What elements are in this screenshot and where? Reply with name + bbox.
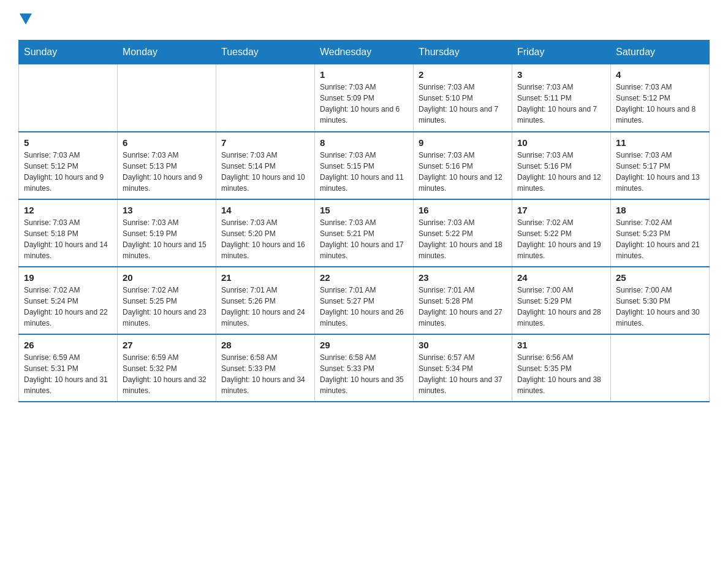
calendar-cell: 13Sunrise: 7:03 AMSunset: 5:19 PMDayligh…	[118, 199, 216, 267]
calendar-cell: 2Sunrise: 7:03 AMSunset: 5:10 PMDaylight…	[414, 64, 512, 132]
calendar-week-row: 19Sunrise: 7:02 AMSunset: 5:24 PMDayligh…	[19, 267, 710, 334]
calendar-cell: 7Sunrise: 7:03 AMSunset: 5:14 PMDaylight…	[216, 132, 315, 199]
day-info: Sunrise: 7:03 AMSunset: 5:10 PMDaylight:…	[419, 82, 507, 126]
calendar-cell: 31Sunrise: 6:56 AMSunset: 5:35 PMDayligh…	[512, 334, 611, 402]
svg-marker-0	[20, 13, 32, 25]
calendar-cell: 18Sunrise: 7:02 AMSunset: 5:23 PMDayligh…	[611, 199, 710, 267]
day-number: 26	[24, 340, 112, 350]
calendar-cell: 15Sunrise: 7:03 AMSunset: 5:21 PMDayligh…	[315, 199, 414, 267]
day-info: Sunrise: 7:01 AMSunset: 5:28 PMDaylight:…	[419, 285, 507, 329]
calendar-cell: 22Sunrise: 7:01 AMSunset: 5:27 PMDayligh…	[315, 267, 414, 334]
calendar-cell: 30Sunrise: 6:57 AMSunset: 5:34 PMDayligh…	[414, 334, 512, 402]
calendar-cell: 29Sunrise: 6:58 AMSunset: 5:33 PMDayligh…	[315, 334, 414, 402]
calendar-cell: 23Sunrise: 7:01 AMSunset: 5:28 PMDayligh…	[414, 267, 512, 334]
day-info: Sunrise: 6:59 AMSunset: 5:32 PMDaylight:…	[123, 352, 211, 396]
calendar-cell: 8Sunrise: 7:03 AMSunset: 5:15 PMDaylight…	[315, 132, 414, 199]
weekday-header-saturday: Saturday	[611, 40, 710, 64]
page-header	[18, 12, 710, 28]
calendar-table: SundayMondayTuesdayWednesdayThursdayFrid…	[18, 40, 710, 402]
day-number: 28	[221, 340, 309, 350]
day-info: Sunrise: 7:00 AMSunset: 5:29 PMDaylight:…	[517, 285, 605, 329]
day-number: 17	[517, 205, 605, 215]
calendar-cell: 28Sunrise: 6:58 AMSunset: 5:33 PMDayligh…	[216, 334, 315, 402]
day-info: Sunrise: 6:59 AMSunset: 5:31 PMDaylight:…	[24, 352, 112, 396]
weekday-header-wednesday: Wednesday	[315, 40, 414, 64]
calendar-cell: 16Sunrise: 7:03 AMSunset: 5:22 PMDayligh…	[414, 199, 512, 267]
day-number: 21	[221, 272, 309, 283]
calendar-week-row: 1Sunrise: 7:03 AMSunset: 5:09 PMDaylight…	[19, 64, 710, 132]
day-info: Sunrise: 7:01 AMSunset: 5:27 PMDaylight:…	[320, 285, 408, 329]
calendar-cell: 17Sunrise: 7:02 AMSunset: 5:22 PMDayligh…	[512, 199, 611, 267]
day-number: 20	[123, 272, 211, 283]
weekday-header-tuesday: Tuesday	[216, 40, 315, 64]
day-number: 18	[616, 205, 704, 215]
day-number: 4	[616, 69, 704, 80]
calendar-week-row: 5Sunrise: 7:03 AMSunset: 5:12 PMDaylight…	[19, 132, 710, 199]
calendar-cell: 12Sunrise: 7:03 AMSunset: 5:18 PMDayligh…	[19, 199, 118, 267]
calendar-cell: 11Sunrise: 7:03 AMSunset: 5:17 PMDayligh…	[611, 132, 710, 199]
weekday-header-friday: Friday	[512, 40, 611, 64]
calendar-cell: 26Sunrise: 6:59 AMSunset: 5:31 PMDayligh…	[19, 334, 118, 402]
calendar-cell: 9Sunrise: 7:03 AMSunset: 5:16 PMDaylight…	[414, 132, 512, 199]
day-info: Sunrise: 7:03 AMSunset: 5:17 PMDaylight:…	[616, 150, 704, 194]
weekday-header-row: SundayMondayTuesdayWednesdayThursdayFrid…	[19, 40, 710, 64]
logo	[18, 12, 32, 28]
calendar-cell: 20Sunrise: 7:02 AMSunset: 5:25 PMDayligh…	[118, 267, 216, 334]
calendar-cell: 5Sunrise: 7:03 AMSunset: 5:12 PMDaylight…	[19, 132, 118, 199]
day-number: 9	[419, 137, 507, 148]
day-number: 1	[320, 69, 408, 80]
day-info: Sunrise: 6:58 AMSunset: 5:33 PMDaylight:…	[221, 352, 309, 396]
day-number: 23	[419, 272, 507, 283]
day-info: Sunrise: 7:02 AMSunset: 5:23 PMDaylight:…	[616, 217, 704, 261]
day-info: Sunrise: 7:03 AMSunset: 5:16 PMDaylight:…	[517, 150, 605, 194]
day-number: 14	[221, 205, 309, 215]
day-info: Sunrise: 7:03 AMSunset: 5:12 PMDaylight:…	[616, 82, 704, 126]
day-number: 10	[517, 137, 605, 148]
calendar-cell	[216, 64, 315, 132]
day-info: Sunrise: 7:02 AMSunset: 5:25 PMDaylight:…	[123, 285, 211, 329]
day-number: 22	[320, 272, 408, 283]
day-info: Sunrise: 7:03 AMSunset: 5:19 PMDaylight:…	[123, 217, 211, 261]
day-info: Sunrise: 7:03 AMSunset: 5:18 PMDaylight:…	[24, 217, 112, 261]
day-info: Sunrise: 7:03 AMSunset: 5:13 PMDaylight:…	[123, 150, 211, 194]
calendar-cell: 25Sunrise: 7:00 AMSunset: 5:30 PMDayligh…	[611, 267, 710, 334]
day-number: 29	[320, 340, 408, 350]
day-number: 12	[24, 205, 112, 215]
day-info: Sunrise: 7:02 AMSunset: 5:22 PMDaylight:…	[517, 217, 605, 261]
day-number: 25	[616, 272, 704, 283]
day-number: 8	[320, 137, 408, 148]
day-number: 30	[419, 340, 507, 350]
calendar-cell: 14Sunrise: 7:03 AMSunset: 5:20 PMDayligh…	[216, 199, 315, 267]
calendar-cell	[118, 64, 216, 132]
day-number: 5	[24, 137, 112, 148]
day-number: 7	[221, 137, 309, 148]
day-info: Sunrise: 7:03 AMSunset: 5:21 PMDaylight:…	[320, 217, 408, 261]
day-info: Sunrise: 7:03 AMSunset: 5:12 PMDaylight:…	[24, 150, 112, 194]
day-number: 6	[123, 137, 211, 148]
calendar-week-row: 12Sunrise: 7:03 AMSunset: 5:18 PMDayligh…	[19, 199, 710, 267]
day-info: Sunrise: 7:03 AMSunset: 5:14 PMDaylight:…	[221, 150, 309, 194]
day-info: Sunrise: 7:03 AMSunset: 5:16 PMDaylight:…	[419, 150, 507, 194]
calendar-week-row: 26Sunrise: 6:59 AMSunset: 5:31 PMDayligh…	[19, 334, 710, 402]
day-info: Sunrise: 7:03 AMSunset: 5:09 PMDaylight:…	[320, 82, 408, 126]
day-info: Sunrise: 7:01 AMSunset: 5:26 PMDaylight:…	[221, 285, 309, 329]
day-info: Sunrise: 6:58 AMSunset: 5:33 PMDaylight:…	[320, 352, 408, 396]
calendar-cell: 10Sunrise: 7:03 AMSunset: 5:16 PMDayligh…	[512, 132, 611, 199]
calendar-header: SundayMondayTuesdayWednesdayThursdayFrid…	[19, 40, 710, 64]
calendar-body: 1Sunrise: 7:03 AMSunset: 5:09 PMDaylight…	[19, 64, 710, 402]
day-info: Sunrise: 7:02 AMSunset: 5:24 PMDaylight:…	[24, 285, 112, 329]
day-number: 31	[517, 340, 605, 350]
day-number: 24	[517, 272, 605, 283]
calendar-cell: 24Sunrise: 7:00 AMSunset: 5:29 PMDayligh…	[512, 267, 611, 334]
day-number: 27	[123, 340, 211, 350]
calendar-cell: 21Sunrise: 7:01 AMSunset: 5:26 PMDayligh…	[216, 267, 315, 334]
day-info: Sunrise: 7:00 AMSunset: 5:30 PMDaylight:…	[616, 285, 704, 329]
weekday-header-monday: Monday	[118, 40, 216, 64]
calendar-cell: 27Sunrise: 6:59 AMSunset: 5:32 PMDayligh…	[118, 334, 216, 402]
day-info: Sunrise: 7:03 AMSunset: 5:20 PMDaylight:…	[221, 217, 309, 261]
weekday-header-thursday: Thursday	[414, 40, 512, 64]
day-number: 2	[419, 69, 507, 80]
day-info: Sunrise: 6:56 AMSunset: 5:35 PMDaylight:…	[517, 352, 605, 396]
day-number: 15	[320, 205, 408, 215]
calendar-cell	[611, 334, 710, 402]
